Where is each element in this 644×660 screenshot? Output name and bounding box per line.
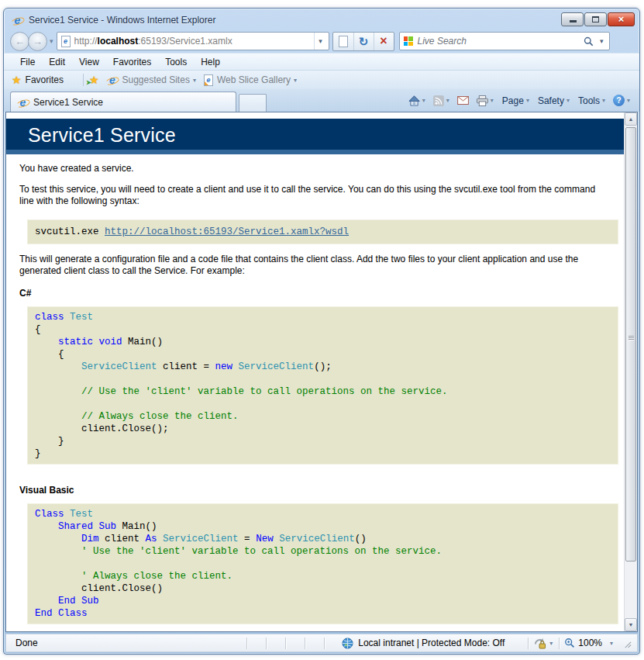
- menu-item-tools[interactable]: Tools: [158, 55, 194, 69]
- home-icon: [408, 95, 420, 106]
- tab-bar: e Service1 Service ▾ ▾ ▾: [4, 89, 639, 112]
- menu-bar: File Edit View Favorites Tools Help: [4, 53, 639, 70]
- suggested-sites-button[interactable]: e Suggested Sites ▾: [106, 74, 195, 85]
- search-icon[interactable]: [584, 36, 594, 47]
- visual-basic-label: Visual Basic: [19, 485, 624, 496]
- tab-service1-service[interactable]: e Service1 Service: [10, 92, 236, 112]
- maximize-button[interactable]: [584, 12, 607, 26]
- tools-menu-button[interactable]: Tools ▾: [574, 94, 608, 108]
- scroll-down-button[interactable]: ▼: [625, 618, 637, 631]
- window-controls: ×: [560, 12, 635, 26]
- web-slice-icon: e: [204, 74, 213, 86]
- instructions-paragraph: To test this service, you will need to c…: [19, 184, 608, 207]
- rss-icon: [433, 95, 444, 106]
- chevron-down-icon: ▾: [422, 97, 425, 104]
- close-icon: ×: [618, 14, 625, 24]
- page-menu-button[interactable]: Page ▾: [498, 94, 532, 108]
- csharp-code-block: class Test{ static void Main() { Service…: [27, 306, 618, 465]
- address-dropdown[interactable]: ▾: [314, 33, 327, 50]
- live-search-logo-icon: [404, 36, 413, 46]
- tools-menu-label: Tools: [578, 95, 600, 106]
- protection-button[interactable]: ▾: [533, 638, 553, 649]
- menu-item-view[interactable]: View: [72, 55, 106, 69]
- svcutil-command-box: svcutil.exe http://localhost:65193/Servi…: [27, 219, 618, 244]
- web-slice-gallery-button[interactable]: e Web Slice Gallery ▾: [204, 74, 297, 86]
- divider: [324, 638, 325, 649]
- chevron-down-icon: ▾: [294, 77, 297, 84]
- recent-pages-dropdown[interactable]: ▾: [47, 37, 57, 45]
- scroll-up-button[interactable]: ▲: [625, 112, 637, 126]
- refresh-button[interactable]: ↻: [353, 33, 374, 50]
- refresh-icon: ↻: [359, 36, 369, 47]
- scroll-down-icon: ▼: [629, 622, 634, 627]
- screen: e Service1 Service - Windows Internet Ex…: [0, 0, 644, 660]
- tab-favicon: e: [17, 97, 29, 108]
- compatibility-view-button[interactable]: [333, 33, 353, 50]
- page-banner: Service1 Service: [6, 119, 624, 154]
- scrollbar-grip: [629, 336, 634, 340]
- page-viewport: Service1 Service You have created a serv…: [5, 112, 638, 632]
- add-to-favorites-bar-button[interactable]: ➤ ★: [89, 74, 99, 85]
- title-bar[interactable]: e Service1 Service - Windows Internet Ex…: [4, 9, 639, 29]
- chevron-down-icon: ▾: [567, 97, 570, 104]
- globe-icon: [342, 638, 353, 649]
- search-placeholder: Live Search: [418, 36, 579, 47]
- minimize-button[interactable]: [561, 12, 584, 26]
- svcutil-command: svcutil.exe: [35, 226, 105, 237]
- wsdl-link[interactable]: http://localhost:65193/Service1.xamlx?ws…: [105, 226, 349, 237]
- suggested-sites-label: Suggested Sites: [122, 74, 189, 85]
- ie-logo-icon: e: [12, 15, 23, 26]
- home-button[interactable]: ▾: [405, 94, 429, 108]
- maximize-icon: [592, 16, 599, 22]
- menu-item-file[interactable]: File: [13, 55, 42, 69]
- forward-button[interactable]: →: [28, 32, 47, 51]
- intro-paragraph: You have created a service.: [19, 163, 608, 175]
- navigation-tools: ↻ ×: [332, 32, 394, 51]
- divider: [83, 74, 84, 86]
- ie-logo-icon: e: [106, 74, 118, 85]
- generate-note-paragraph: This will generate a configuration file …: [19, 254, 608, 277]
- divider: [285, 638, 286, 649]
- address-bar[interactable]: e http://localhost:65193/Service1.xamlx …: [57, 32, 329, 50]
- print-button[interactable]: ▾: [474, 94, 497, 108]
- printer-icon: [477, 95, 488, 106]
- back-button[interactable]: ←: [10, 32, 29, 51]
- zoom-level: 100%: [578, 638, 602, 648]
- compatibility-view-icon: [339, 36, 348, 47]
- tab-label: Service1 Service: [33, 97, 103, 108]
- chevron-down-icon: ▾: [193, 77, 196, 84]
- favorites-button[interactable]: ★ Favorites: [12, 74, 70, 85]
- page-title: Service1 Service: [28, 125, 624, 145]
- help-icon: ?: [613, 95, 625, 106]
- add-arrow-icon: ➤: [86, 79, 91, 86]
- command-bar: ▾ ▾ ▾ Page ▾ Safety: [405, 93, 633, 112]
- divider: [246, 638, 247, 649]
- help-button[interactable]: ? ▾: [610, 93, 633, 108]
- search-box[interactable]: Live Search ▾: [399, 32, 610, 50]
- url-text: http://localhost:65193/Service1.xamlx: [74, 36, 310, 47]
- search-dropdown[interactable]: ▾: [598, 37, 605, 45]
- service-help-page: Service1 Service You have created a serv…: [6, 112, 624, 631]
- chevron-down-icon: ▾: [610, 640, 613, 647]
- stop-icon: ×: [380, 35, 387, 47]
- zoom-button[interactable]: 100% ▾: [564, 638, 613, 648]
- favorites-star-icon: ★: [12, 74, 22, 85]
- new-tab-button[interactable]: [239, 94, 267, 112]
- menu-item-help[interactable]: Help: [194, 55, 227, 69]
- status-bar: Done Local intranet | Protected Mode: Of…: [5, 634, 638, 652]
- security-zone-indicator[interactable]: Local intranet | Protected Mode: Off: [342, 638, 505, 649]
- vertical-scrollbar[interactable]: ▲ ▼: [624, 112, 637, 631]
- menu-item-edit[interactable]: Edit: [42, 55, 72, 69]
- feeds-button[interactable]: ▾: [430, 94, 453, 108]
- ie-page-glyph: e: [64, 38, 67, 45]
- safety-menu-button[interactable]: Safety ▾: [534, 94, 573, 108]
- read-mail-button[interactable]: [454, 95, 472, 106]
- status-text: Done: [15, 638, 38, 648]
- close-button[interactable]: ×: [608, 12, 635, 26]
- stop-button[interactable]: ×: [374, 33, 394, 50]
- resize-grip[interactable]: [624, 641, 632, 649]
- menu-item-favorites[interactable]: Favorites: [106, 55, 158, 69]
- divider: [528, 638, 529, 649]
- vb-code-block: Class Test Shared Sub Main() Dim client …: [27, 503, 618, 624]
- scrollbar-thumb[interactable]: [625, 127, 636, 562]
